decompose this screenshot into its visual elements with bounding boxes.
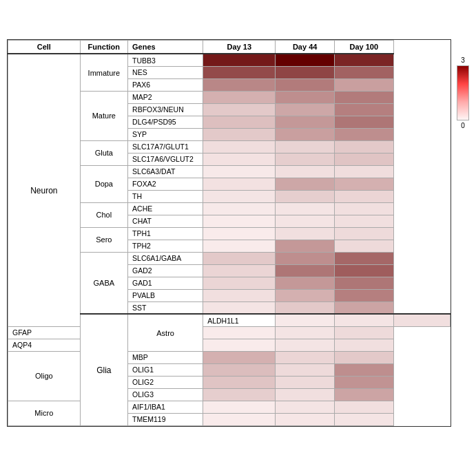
gene-label: SLC6A3/DAT xyxy=(128,165,203,178)
heat-cell-d100 xyxy=(334,165,393,178)
gene-label: TH xyxy=(128,190,203,202)
heat-cell-d44 xyxy=(276,363,334,376)
heat-cell-d44 xyxy=(276,116,334,128)
function-label: GABA xyxy=(80,252,127,314)
gene-label: MBP xyxy=(128,351,203,363)
gene-label: ACHE xyxy=(128,202,203,215)
heat-cell-d13 xyxy=(203,128,276,140)
gene-label: OLIG3 xyxy=(128,388,203,401)
heat-cell-d100 xyxy=(334,103,393,116)
heat-cell-d100 xyxy=(334,202,393,215)
heat-cell-d44 xyxy=(276,178,334,190)
heat-cell-d44 xyxy=(276,301,334,314)
legend-container: 3 0 xyxy=(457,39,469,129)
heat-cell-d13 xyxy=(203,178,276,190)
heat-cell-d13 xyxy=(203,252,276,264)
heat-cell-d100 xyxy=(334,301,393,314)
heat-cell-d13 xyxy=(203,165,276,178)
function-label: Immature xyxy=(80,54,127,91)
cell-type-label: Neuron xyxy=(8,54,81,326)
gene-label: TPH2 xyxy=(128,240,203,252)
heat-cell-d13 xyxy=(203,289,276,301)
heat-cell-d44 xyxy=(276,388,334,401)
heat-cell-d100 xyxy=(334,116,393,128)
function-label: Mature xyxy=(80,91,127,140)
function-label: Sero xyxy=(80,227,127,252)
heat-cell-d13 xyxy=(203,190,276,202)
function-label: Chol xyxy=(80,202,127,227)
function-label: Gluta xyxy=(80,140,127,165)
gene-label: DLG4/PSD95 xyxy=(128,116,203,128)
heat-cell-d13 xyxy=(203,277,276,289)
header-day44: Day 44 xyxy=(276,41,334,54)
legend-max-label: 3 xyxy=(461,56,465,64)
gene-label: ALDH1L1 xyxy=(203,314,276,326)
heat-cell-d44 xyxy=(276,326,334,339)
heat-cell-d44 xyxy=(276,252,334,264)
heat-cell-d13 xyxy=(203,103,276,116)
heat-cell-d100 xyxy=(334,240,393,252)
heatmap-table: Cell Function Genes Day 13 Day 44 Day 10… xyxy=(8,40,451,426)
table-row: GFAP xyxy=(8,326,451,339)
heat-cell-d13 xyxy=(203,326,276,339)
heat-cell-d100 xyxy=(334,153,393,165)
heat-cell-d44 xyxy=(276,103,334,116)
table-row: OligoMBP xyxy=(8,351,451,363)
cell-type-label: Glia xyxy=(80,314,127,425)
heat-cell-d13 xyxy=(203,301,276,314)
heat-cell-d100 xyxy=(334,289,393,301)
gene-label: SLC6A1/GABA xyxy=(128,252,203,264)
header-function: Function xyxy=(80,41,127,54)
heat-cell-d44 xyxy=(276,413,334,425)
heat-cell-d100 xyxy=(393,314,450,326)
heat-cell-d13 xyxy=(203,339,276,351)
heat-cell-d100 xyxy=(334,401,393,413)
gene-label: SYP xyxy=(128,128,203,140)
gene-label: OLIG1 xyxy=(128,363,203,376)
function-label: Astro xyxy=(128,314,203,351)
heat-cell-d44 xyxy=(276,165,334,178)
heat-cell-d13 xyxy=(203,153,276,165)
heat-cell-d13 xyxy=(203,215,276,227)
gene-label: NES xyxy=(128,66,203,78)
table-row: NeuronImmatureTUBB3 xyxy=(8,54,451,66)
heat-cell-d44 xyxy=(276,289,334,301)
header-day13: Day 13 xyxy=(203,41,276,54)
heat-cell-d44 xyxy=(276,339,334,351)
table-row: MicroAIF1/IBA1 xyxy=(8,401,451,413)
gene-label: OLIG2 xyxy=(128,376,203,388)
heat-cell-d44 xyxy=(276,351,334,363)
heat-cell-d13 xyxy=(203,388,276,401)
header-genes: Genes xyxy=(128,41,203,54)
heat-cell-d100 xyxy=(334,413,393,425)
gene-label: SST xyxy=(128,301,203,314)
heat-cell-d13 xyxy=(203,376,276,388)
heatmap-container: Cell Function Genes Day 13 Day 44 Day 10… xyxy=(7,39,469,427)
heat-cell-d13 xyxy=(276,314,334,326)
function-label: Dopa xyxy=(80,165,127,202)
gene-label: CHAT xyxy=(128,215,203,227)
gene-label: TPH1 xyxy=(128,227,203,240)
heat-cell-d13 xyxy=(203,240,276,252)
heat-cell-d100 xyxy=(334,227,393,240)
gene-label: PAX6 xyxy=(128,78,203,91)
gene-label: TMEM119 xyxy=(128,413,203,425)
function-label: Micro xyxy=(8,401,81,425)
heat-cell-d44 xyxy=(276,264,334,277)
heat-cell-d13 xyxy=(203,116,276,128)
heat-cell-d13 xyxy=(203,78,276,91)
gene-label: GAD2 xyxy=(128,264,203,277)
heat-cell-d100 xyxy=(334,215,393,227)
heat-cell-d44 xyxy=(276,66,334,78)
heat-cell-d44 xyxy=(276,78,334,91)
heat-cell-d100 xyxy=(334,277,393,289)
gene-label: AIF1/IBA1 xyxy=(128,401,203,413)
heat-cell-d100 xyxy=(334,91,393,103)
heat-cell-d13 xyxy=(203,227,276,240)
heat-cell-d100 xyxy=(334,326,393,339)
heat-cell-d13 xyxy=(203,264,276,277)
gene-label: GAD1 xyxy=(128,277,203,289)
header-day100: Day 100 xyxy=(334,41,393,54)
header-cell: Cell xyxy=(8,41,81,54)
heat-cell-d44 xyxy=(276,91,334,103)
